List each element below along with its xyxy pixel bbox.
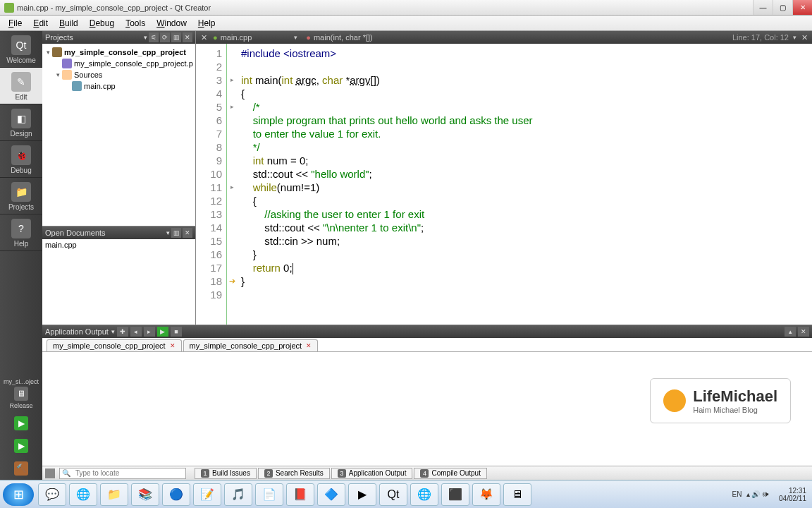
target-selector[interactable]: my_si...oject 🖥 Release xyxy=(0,375,42,412)
split-icon[interactable]: ▥ xyxy=(171,32,181,42)
editor-pane: ✕ ● main.cpp ▾ ● main(int, char *[]) Lin… xyxy=(196,31,812,325)
taskbar-app[interactable]: Qt xyxy=(379,483,407,506)
close-output-icon[interactable]: ✕ xyxy=(798,327,809,337)
code-content[interactable]: #include <iostream>int main(int argc, ch… xyxy=(237,44,812,325)
target-label: my_si...oject xyxy=(4,378,39,385)
status-tab[interactable]: 3Application Output xyxy=(331,468,413,479)
close-icon[interactable]: ✕ xyxy=(170,342,176,349)
sync-icon[interactable]: ⟳ xyxy=(160,32,170,42)
tray-icons[interactable]: ▴ 🔊 🕪 xyxy=(746,490,770,498)
clock-date: 04/02/11 xyxy=(779,495,806,502)
taskbar-app[interactable]: ⬛ xyxy=(441,483,469,506)
output-tab-2[interactable]: my_simple_console_cpp_project✕ xyxy=(183,339,319,351)
taskbar-app[interactable]: ▶ xyxy=(348,483,376,506)
function-icon: ● xyxy=(306,33,311,42)
taskbar-app[interactable]: 🖥 xyxy=(503,483,531,506)
close-icon[interactable]: ✕ xyxy=(306,342,312,349)
menu-window[interactable]: Window xyxy=(151,18,192,28)
debug-run-button[interactable]: ▶ xyxy=(14,439,28,453)
file-selector[interactable]: ● main.cpp ▾ xyxy=(209,33,302,42)
clock[interactable]: 12:31 04/02/11 xyxy=(779,487,806,502)
prev-icon[interactable]: ◂ xyxy=(130,327,142,337)
taskbar-app[interactable]: 🦊 xyxy=(472,483,500,506)
locator-input[interactable] xyxy=(73,469,185,477)
taskbar-app[interactable]: 📝 xyxy=(193,483,221,506)
taskbar-app[interactable]: 💬 xyxy=(38,483,66,506)
locator[interactable]: 🔍 xyxy=(59,468,186,479)
opendoc-item[interactable]: main.cpp xyxy=(45,241,192,249)
filter-icon[interactable]: ⚟ xyxy=(149,32,159,42)
taskbar-app[interactable]: 🎵 xyxy=(224,483,252,506)
mode-projects[interactable]: 📁Projects xyxy=(0,178,42,214)
run-button[interactable]: ▶ xyxy=(14,416,28,430)
taskbar-app[interactable]: 🌐 xyxy=(410,483,438,506)
menu-debug[interactable]: Debug xyxy=(84,18,120,28)
open-documents-pane: Open Documents ▾ ▥ ✕ main.cpp xyxy=(42,226,195,325)
taskbar-app[interactable]: 🔵 xyxy=(162,483,190,506)
cpp-icon: ● xyxy=(213,33,218,42)
menu-build[interactable]: Build xyxy=(54,18,84,28)
windows-taskbar: ⊞ 💬 🌐 📁 📚 🔵 📝 🎵 📄 📕 🔷 ▶ Qt 🌐 ⬛ 🦊 🖥 EN ▴ … xyxy=(0,480,812,508)
taskbar-app[interactable]: 📚 xyxy=(131,483,159,506)
menu-edit[interactable]: Edit xyxy=(27,18,54,28)
minimize-output-icon[interactable]: ▴ xyxy=(785,327,796,337)
status-tab[interactable]: 4Compile Output xyxy=(414,468,486,479)
opendocs-header-label: Open Documents xyxy=(45,229,166,237)
status-tab[interactable]: 1Build Issues xyxy=(195,468,257,479)
lang-indicator[interactable]: EN xyxy=(732,490,742,498)
tree-item[interactable]: main.cpp xyxy=(44,80,194,92)
tree-item[interactable]: my_simple_console_cpp_project.p xyxy=(44,58,194,69)
split-icon[interactable]: ▥ xyxy=(171,228,181,238)
build-button[interactable]: 🔨 xyxy=(14,461,28,476)
close-pane-icon[interactable]: ✕ xyxy=(183,32,192,42)
mode-help[interactable]: ?Help xyxy=(0,214,42,251)
stop-icon[interactable]: ■ xyxy=(171,327,182,337)
mode-debug[interactable]: 🐞Debug xyxy=(0,141,42,178)
mode-help-label: Help xyxy=(14,240,29,248)
tree-item[interactable]: ▾Sources xyxy=(44,69,194,80)
taskbar-app[interactable]: 📕 xyxy=(286,483,314,506)
close-editor-icon[interactable]: ✕ xyxy=(799,33,809,42)
next-icon[interactable]: ▸ xyxy=(144,327,155,337)
menu-file[interactable]: File xyxy=(3,18,27,28)
mode-projects-label: Projects xyxy=(8,203,34,211)
projects-header: Projects ▾ ⚟ ⟳ ▥ ✕ xyxy=(42,31,195,44)
code-editor[interactable]: 12345678910111213141516171819 ▸▸▸➔ #incl… xyxy=(196,44,812,325)
nav-back-icon[interactable]: ✕ xyxy=(199,33,209,42)
toggle-sidebar-icon[interactable] xyxy=(45,468,55,478)
taskbar-app[interactable]: 📄 xyxy=(255,483,283,506)
file-tab-label: main.cpp xyxy=(221,33,252,42)
start-button[interactable]: ⊞ xyxy=(3,483,34,506)
help-icon: ? xyxy=(11,219,31,238)
bug-icon: 🐞 xyxy=(11,145,31,165)
status-tab[interactable]: 2Search Results xyxy=(258,468,330,479)
maximize-button[interactable]: ▢ xyxy=(773,0,792,15)
menu-tools[interactable]: Tools xyxy=(120,18,151,28)
target-config: Release xyxy=(9,402,32,409)
taskbar-app[interactable]: 🌐 xyxy=(69,483,97,506)
close-button[interactable]: ✕ xyxy=(792,0,812,15)
clear-icon[interactable]: ✚ xyxy=(117,327,128,337)
mode-welcome-label: Welcome xyxy=(6,56,36,64)
mode-welcome[interactable]: QtWelcome xyxy=(0,31,42,68)
project-tree[interactable]: ▾my_simple_console_cpp_projectmy_simple_… xyxy=(42,44,195,226)
system-tray[interactable]: EN ▴ 🔊 🕪 12:31 04/02/11 xyxy=(732,487,812,502)
mode-edit-label: Edit xyxy=(15,93,27,101)
menu-help[interactable]: Help xyxy=(192,18,221,28)
rerun-icon[interactable]: ▶ xyxy=(157,327,168,337)
app-icon xyxy=(4,3,14,13)
mode-edit[interactable]: ✎Edit xyxy=(0,68,42,104)
close-pane-icon[interactable]: ✕ xyxy=(183,228,192,238)
symbol-selector[interactable]: ● main(int, char *[]) xyxy=(302,33,376,42)
output-tab-1[interactable]: my_simple_console_cpp_project✕ xyxy=(47,339,182,351)
dropdown-icon[interactable]: ▾ xyxy=(793,34,796,41)
taskbar-app[interactable]: 📁 xyxy=(100,483,128,506)
qt-icon: Qt xyxy=(11,35,31,55)
window-titlebar: main.cpp - my_simple_console_cpp_project… xyxy=(0,0,812,16)
projects-pane: Projects ▾ ⚟ ⟳ ▥ ✕ ▾my_simple_console_cp… xyxy=(42,31,196,325)
mode-design[interactable]: ◧Design xyxy=(0,104,42,141)
taskbar-app[interactable]: 🔷 xyxy=(317,483,345,506)
status-bar: 🔍 1Build Issues2Search Results3Applicati… xyxy=(42,466,812,480)
tree-item[interactable]: ▾my_simple_console_cpp_project xyxy=(44,47,194,58)
minimize-button[interactable]: — xyxy=(753,0,773,15)
